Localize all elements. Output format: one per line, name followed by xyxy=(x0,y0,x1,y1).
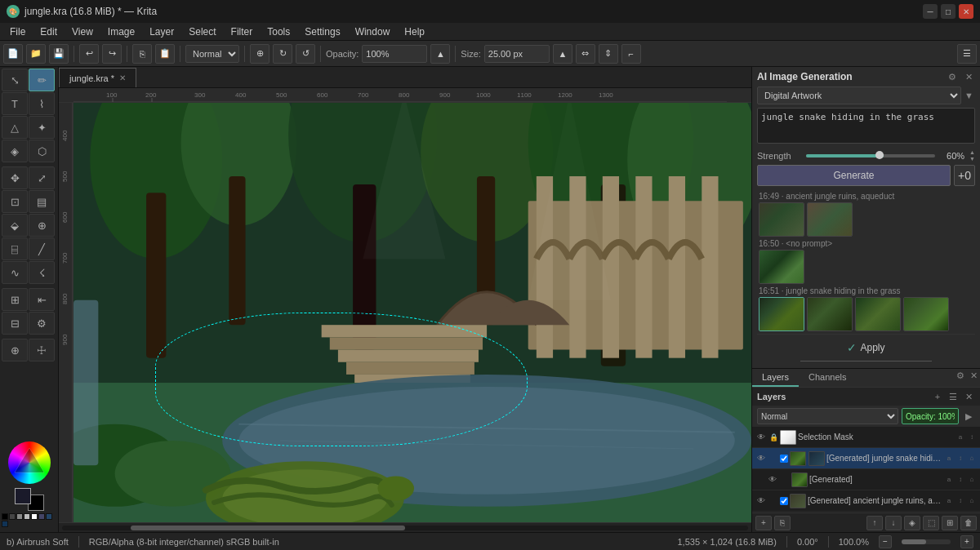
menu-layer[interactable]: Layer xyxy=(143,24,180,39)
tool-reference[interactable]: ⊟ xyxy=(2,312,28,335)
apply-button[interactable]: ✓ Apply xyxy=(834,338,898,357)
copy-button[interactable]: ⎘ xyxy=(132,44,152,64)
layer-vis-generated-snake[interactable]: 👁 xyxy=(755,453,767,464)
zoom-out-button[interactable]: − xyxy=(879,535,892,548)
tool-dynamic-brush[interactable]: ☇ xyxy=(29,261,55,284)
tool-freehand-select[interactable]: ⤡ xyxy=(2,69,28,91)
layer-opacity-input[interactable] xyxy=(902,408,959,424)
canvas-scrollbar-horizontal[interactable] xyxy=(59,522,751,532)
layer-mask-icon[interactable]: ⬚ xyxy=(923,516,939,530)
tool-text[interactable]: T xyxy=(2,92,28,115)
tool-colorpicker[interactable]: ⊕ xyxy=(29,214,55,237)
zoom-slider[interactable] xyxy=(902,539,951,544)
layer-item-generated-sub[interactable]: 👁 [Generated] a ↕ ⌂ xyxy=(752,469,980,490)
layers-panel-settings-icon[interactable]: ⚙ xyxy=(954,369,967,382)
transform-button[interactable]: ⊕ xyxy=(250,44,270,64)
tool-crop[interactable]: ⊡ xyxy=(2,190,28,213)
swatch-white[interactable] xyxy=(31,513,38,520)
layer-filter-icon[interactable]: ⊞ xyxy=(942,516,958,530)
mirror-h-button[interactable]: ⇔ xyxy=(576,44,595,64)
tool-smart-patch[interactable]: ⬡ xyxy=(29,140,55,162)
swatch-navy[interactable] xyxy=(46,513,52,520)
menu-window[interactable]: Window xyxy=(349,24,397,39)
layer-check-generated-ruins[interactable] xyxy=(780,497,788,505)
layer-copy-button[interactable]: ⎘ xyxy=(774,516,791,530)
save-button[interactable]: 💾 xyxy=(49,44,69,64)
wrap-button[interactable]: ⌐ xyxy=(621,44,641,64)
ai-style-select[interactable]: Digital Artwork xyxy=(757,86,961,104)
foreground-background-colors[interactable] xyxy=(15,488,44,511)
opacity-up[interactable]: ▲ xyxy=(430,44,450,64)
strength-arrows[interactable]: ▲▼ xyxy=(969,149,975,162)
layer-opacity-expand-icon[interactable]: ▶ xyxy=(962,410,975,423)
layer-blend-select[interactable]: Normal xyxy=(757,408,898,424)
layer-lock-selection-mask[interactable]: 🔒 xyxy=(768,432,778,442)
tool-shape[interactable]: △ xyxy=(2,116,28,139)
menu-filter[interactable]: Filter xyxy=(225,24,260,39)
ai-panel-settings-icon[interactable]: ⚙ xyxy=(946,70,959,83)
history-thumb-1649-2[interactable] xyxy=(807,202,853,237)
panel-toggle-right[interactable]: ☰ xyxy=(957,44,977,64)
layer-vis-generated-ruins[interactable]: 👁 xyxy=(755,495,767,507)
tool-script[interactable]: ⚙ xyxy=(29,312,55,335)
history-thumb-1650-1[interactable] xyxy=(759,250,804,284)
tool-contiguous-select[interactable]: ◈ xyxy=(2,140,28,162)
tool-fill[interactable]: ⬙ xyxy=(2,214,28,237)
generate-button[interactable]: Generate xyxy=(757,165,951,186)
menu-edit[interactable]: Edit xyxy=(33,24,64,39)
tool-lasso[interactable]: ⌇ xyxy=(29,92,55,115)
close-button[interactable]: ✕ xyxy=(959,4,973,19)
zoom-in-button[interactable]: + xyxy=(960,535,973,548)
strength-slider[interactable] xyxy=(806,154,935,157)
tool-transform[interactable]: ⤢ xyxy=(29,166,55,189)
tool-multibrush[interactable]: ✦ xyxy=(29,116,55,139)
blend-mode-select[interactable]: Normal xyxy=(185,45,239,63)
canvas-tab-jungle[interactable]: jungle.kra * ✕ xyxy=(59,68,136,87)
undo-button[interactable]: ↩ xyxy=(79,44,99,64)
swatch-mid[interactable] xyxy=(16,513,23,520)
layer-vis-selection-mask[interactable]: 👁 xyxy=(755,432,767,443)
maximize-button[interactable]: □ xyxy=(941,4,956,19)
swatch-black[interactable] xyxy=(2,513,8,520)
menu-help[interactable]: Help xyxy=(398,24,431,39)
history-thumb-1649-1[interactable] xyxy=(759,202,804,237)
scrollbar-thumb[interactable] xyxy=(131,526,405,530)
swatch-dark[interactable] xyxy=(9,513,16,520)
layers-header-add-icon[interactable]: + xyxy=(931,390,944,403)
menu-view[interactable]: View xyxy=(65,24,100,39)
tool-line[interactable]: ╱ xyxy=(29,237,55,260)
rotate-ccw-button[interactable]: ↺ xyxy=(296,44,315,64)
ai-style-dropdown-icon[interactable]: ▼ xyxy=(963,89,975,102)
layers-panel-close-icon[interactable]: ✕ xyxy=(967,369,980,382)
tool-move[interactable]: ✥ xyxy=(2,166,28,189)
scrollbar-track[interactable] xyxy=(62,526,748,530)
tool-assistant[interactable]: ⊞ xyxy=(2,288,28,311)
open-button[interactable]: 📁 xyxy=(26,44,46,64)
ai-prompt-input[interactable]: jungle snake hiding in the grass xyxy=(757,108,975,144)
redo-button[interactable]: ↪ xyxy=(102,44,122,64)
tool-zoom[interactable]: ⊕ xyxy=(2,339,28,361)
generate-plus-button[interactable]: +0 xyxy=(954,165,975,186)
tool-measure[interactable]: ⇤ xyxy=(29,288,55,311)
paste-button[interactable]: 📋 xyxy=(155,44,175,64)
canvas-viewport[interactable] xyxy=(74,103,751,522)
layer-item-generated-snake[interactable]: 👁 [Generated] jungle snake hiding i... a… xyxy=(752,448,980,469)
minimize-button[interactable]: ─ xyxy=(923,4,938,19)
tool-bezier[interactable]: ∿ xyxy=(2,261,28,284)
layer-delete-button[interactable]: 🗑 xyxy=(960,516,977,530)
size-input[interactable] xyxy=(484,45,550,63)
history-thumb-1651-4[interactable] xyxy=(903,297,949,331)
tool-paint[interactable]: ✏ xyxy=(29,69,55,91)
menu-settings[interactable]: Settings xyxy=(298,24,346,39)
size-up[interactable]: ▲ xyxy=(553,44,572,64)
layer-check-generated-snake[interactable] xyxy=(780,455,788,463)
menu-select[interactable]: Select xyxy=(182,24,222,39)
layer-add-button[interactable]: + xyxy=(755,516,772,530)
layer-composite-icon[interactable]: ◈ xyxy=(904,516,920,530)
ai-panel-close-icon[interactable]: ✕ xyxy=(962,70,975,83)
layer-vis-generated-sub[interactable]: 👁 xyxy=(767,474,778,486)
tool-gradient[interactable]: ▤ xyxy=(29,190,55,213)
swatch-darkblue[interactable] xyxy=(2,521,8,527)
opacity-input[interactable] xyxy=(362,45,427,63)
color-wheel[interactable] xyxy=(8,441,51,484)
